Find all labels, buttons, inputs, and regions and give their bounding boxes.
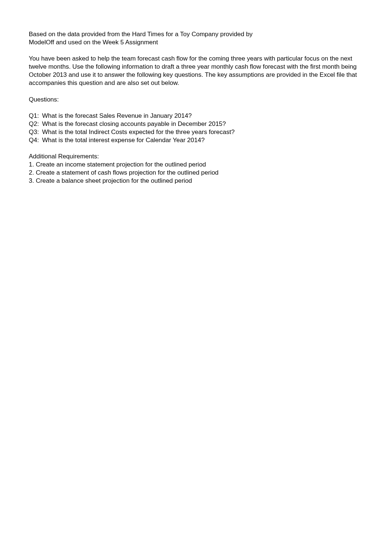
requirement-row: 2. Create a statement of cash flows proj… — [29, 169, 363, 177]
intro-line-2: ModelOff and used on the Week 5 Assignme… — [29, 38, 363, 47]
question-label: Q3: — [29, 128, 42, 136]
question-list: Q1: What is the forecast Sales Revenue i… — [29, 112, 363, 144]
questions-heading: Questions: — [29, 96, 363, 104]
main-paragraph: You have been asked to help the team for… — [29, 55, 363, 87]
question-label: Q1: — [29, 112, 42, 120]
requirements-heading: Additional Requirements: — [29, 152, 363, 161]
intro-line-1: Based on the data provided from the Hard… — [29, 30, 363, 38]
question-text: What is the total Indirect Costs expecte… — [42, 128, 235, 136]
intro-block: Based on the data provided from the Hard… — [29, 30, 363, 47]
question-row: Q1: What is the forecast Sales Revenue i… — [29, 112, 363, 120]
question-row: Q4: What is the total interest expense f… — [29, 136, 363, 144]
question-label: Q2: — [29, 120, 42, 128]
requirement-row: 1. Create an income statement projection… — [29, 161, 363, 169]
question-label: Q4: — [29, 136, 42, 144]
question-text: What is the forecast Sales Revenue in Ja… — [42, 112, 192, 120]
requirement-row: 3. Create a balance sheet projection for… — [29, 177, 363, 185]
question-row: Q2: What is the forecast closing account… — [29, 120, 363, 128]
question-text: What is the total interest expense for C… — [42, 136, 204, 144]
question-row: Q3: What is the total Indirect Costs exp… — [29, 128, 363, 136]
question-text: What is the forecast closing accounts pa… — [42, 120, 226, 128]
requirement-list: 1. Create an income statement projection… — [29, 161, 363, 185]
